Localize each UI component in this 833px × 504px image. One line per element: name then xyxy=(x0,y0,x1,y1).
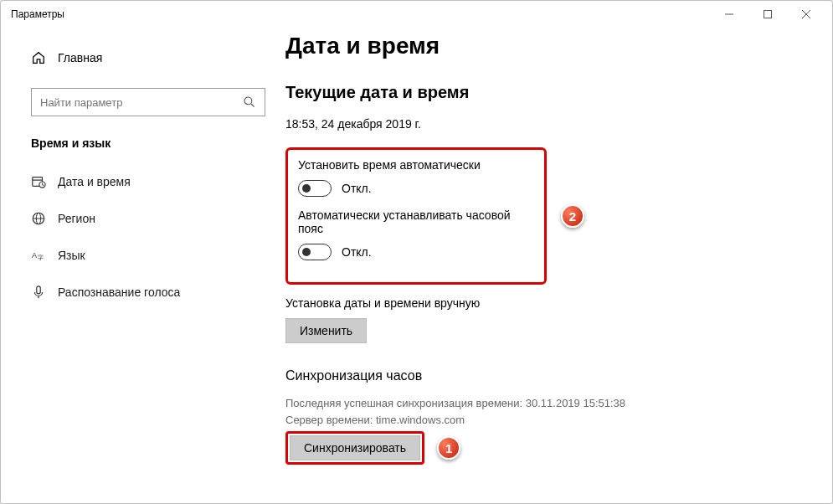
annotation-callout-2: 2 xyxy=(561,204,584,228)
change-button[interactable]: Изменить xyxy=(285,318,367,343)
sync-section: Синхронизация часов Последняя успешная с… xyxy=(285,368,824,465)
auto-time-label: Установить время автоматически xyxy=(298,158,529,172)
sidebar-item-label: Язык xyxy=(58,249,85,262)
globe-icon xyxy=(31,211,46,226)
home-icon xyxy=(31,50,46,65)
current-datetime-value: 18:53, 24 декабря 2019 г. xyxy=(285,117,824,131)
settings-window: Параметры Главная Время и язык xyxy=(0,0,833,504)
content: Дата и время Текущие дата и время 18:53,… xyxy=(285,28,832,503)
sidebar-nav: Дата и время Регион A字 Язык Распознавани… xyxy=(31,163,285,311)
auto-tz-state: Откл. xyxy=(342,245,372,259)
annotation-callout-1: 1 xyxy=(437,436,460,460)
sidebar-item-label: Распознавание голоса xyxy=(58,285,180,299)
current-datetime-heading: Текущие дата и время xyxy=(285,83,824,102)
svg-point-4 xyxy=(244,97,252,105)
auto-tz-label: Автоматически устанавливать часовой пояс xyxy=(298,208,529,235)
highlight-box-sync: Синхронизировать 1 xyxy=(285,431,424,465)
svg-rect-16 xyxy=(37,286,41,294)
sidebar-item-speech[interactable]: Распознавание голоса xyxy=(31,274,285,311)
sync-last-success: Последняя успешная синхронизация времени… xyxy=(285,395,824,412)
auto-time-state: Откл. xyxy=(342,182,372,195)
auto-time-toggle[interactable] xyxy=(298,180,332,197)
page-title: Дата и время xyxy=(285,33,824,59)
svg-rect-1 xyxy=(764,11,772,18)
sidebar-item-date-time[interactable]: Дата и время xyxy=(31,163,285,200)
sync-button[interactable]: Синхронизировать xyxy=(290,435,420,460)
search-icon xyxy=(243,95,256,109)
home-label: Главная xyxy=(58,51,102,64)
home-link[interactable]: Главная xyxy=(31,43,285,73)
language-icon: A字 xyxy=(31,248,46,263)
auto-tz-toggle[interactable] xyxy=(298,244,332,260)
microphone-icon xyxy=(31,285,46,300)
sidebar-item-label: Дата и время xyxy=(58,175,131,188)
sync-server: Сервер времени: time.windows.com xyxy=(285,412,824,429)
highlight-box-toggles: Установить время автоматически Откл. Авт… xyxy=(285,147,547,285)
svg-line-5 xyxy=(251,104,255,107)
sidebar: Главная Время и язык Дата и время Регион… xyxy=(1,28,285,503)
svg-text:A: A xyxy=(32,251,37,260)
maximize-button[interactable] xyxy=(748,1,787,28)
search-input[interactable] xyxy=(40,96,243,109)
sidebar-item-region[interactable]: Регион xyxy=(31,200,285,237)
minimize-button[interactable] xyxy=(710,1,748,28)
close-button[interactable] xyxy=(787,1,825,28)
manual-set-label: Установка даты и времени вручную xyxy=(285,296,824,310)
maximize-icon xyxy=(764,10,772,18)
svg-text:字: 字 xyxy=(38,254,44,261)
calendar-clock-icon xyxy=(31,174,46,189)
window-title: Параметры xyxy=(11,8,64,20)
sync-title: Синхронизация часов xyxy=(285,368,824,383)
titlebar: Параметры xyxy=(1,1,832,28)
minimize-icon xyxy=(725,10,733,18)
sidebar-item-language[interactable]: A字 Язык xyxy=(31,237,285,274)
sidebar-category: Время и язык xyxy=(31,136,285,150)
search-box[interactable] xyxy=(31,88,265,116)
sidebar-item-label: Регион xyxy=(58,212,95,225)
close-icon xyxy=(802,10,810,18)
